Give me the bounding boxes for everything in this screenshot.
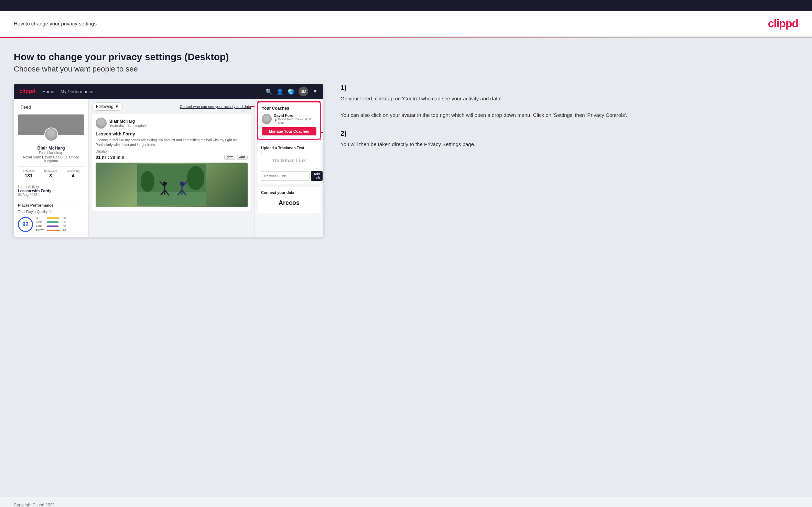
metric-ott: OTT 90 <box>36 216 66 220</box>
arccos-logo: Arccos <box>261 197 317 209</box>
app-mockup: clippd Home My Performance 🔍 👤 🌏 BM ▼ <box>14 84 323 237</box>
step2-text: You will then be taken directly to the P… <box>340 140 798 148</box>
main-content: How to change your privacy settings (Des… <box>0 38 812 497</box>
add-link-button[interactable]: Add Link <box>311 171 323 181</box>
svg-rect-3 <box>137 192 206 206</box>
feed-header: Following ▼ Control who can see your act… <box>92 102 251 111</box>
chevron-down-icon[interactable]: ▼ <box>312 88 318 95</box>
coach-club: 📍 Royal North Devon Golf Club <box>274 118 316 124</box>
quality-circle: 92 OTT 90 APP 85 <box>18 216 84 233</box>
player-performance: Player Performance Total Player Quality … <box>18 200 84 233</box>
metric-app: APP 85 <box>36 220 66 224</box>
coach-avatar <box>262 114 272 124</box>
metric-arg: ARG 86 <box>36 224 66 228</box>
top-bar <box>0 0 812 11</box>
post-tags: OTT APP <box>224 155 248 160</box>
app-main: Following ▼ Control who can see your act… <box>89 99 255 237</box>
step1-text: On your Feed, click/tap on 'Control who … <box>340 95 798 119</box>
clippd-logo: clippd <box>768 17 798 30</box>
trackman-placeholder: Trackman Link <box>261 152 317 169</box>
app-right-panel: Your Coaches David Ford 📍 Royal North De… <box>255 99 323 237</box>
control-arrow <box>250 104 255 109</box>
stat-followers: Followers 3 <box>44 169 57 178</box>
total-quality: Total Player Quality ⓘ <box>18 209 84 214</box>
person-icon[interactable]: 👤 <box>277 88 283 95</box>
app-sidebar: Feed Blair McHarg Plus Handicap Roya <box>14 99 89 237</box>
connect-title: Connect your data <box>261 190 317 195</box>
post-header: Blair McHarg Yesterday · Sunningdale <box>96 118 248 129</box>
metrics-list: OTT 90 APP 85 ARG <box>36 216 66 233</box>
trackman-input-row: Add Link <box>261 171 317 181</box>
post-user-location: Yesterday · Sunningdale <box>109 124 147 128</box>
svg-point-4 <box>141 171 154 192</box>
control-link[interactable]: Control who can see your activity and da… <box>180 104 251 109</box>
post-duration: Duration <box>96 150 248 153</box>
app-nav-logo: clippd <box>19 88 35 95</box>
page-heading: How to change your privacy settings (Des… <box>14 52 798 63</box>
post-duration-value: 01 hr : 30 min <box>96 155 124 160</box>
search-icon[interactable]: 🔍 <box>266 88 272 95</box>
coach-item: David Ford 📍 Royal North Devon Golf Club <box>262 113 316 124</box>
coach-name: David Ford <box>274 113 316 118</box>
feed-tab: Feed <box>18 103 84 111</box>
post-description: Looking to feel like my hands are exitin… <box>96 138 248 147</box>
upload-section: Upload a Trackman Test Trackman Link Add… <box>258 142 321 184</box>
golf-image-svg <box>137 164 206 206</box>
user-avatar[interactable]: BM <box>299 87 308 96</box>
connect-section: Connect your data Arccos <box>258 187 321 213</box>
profile-stats: Activities 131 Followers 3 Following 4 <box>18 166 84 178</box>
profile-club: Royal North Devon Golf Club, United King… <box>18 155 84 163</box>
profile-handicap: Plus Handicap <box>18 151 84 155</box>
latest-activity: Latest Activity Lesson with Fordy 03 Aug… <box>18 182 84 197</box>
metric-putt: PUTT 96 <box>36 229 66 232</box>
header: How to change your privacy settings clip… <box>0 11 812 37</box>
stat-activities: Activities 131 <box>22 169 35 178</box>
app-nav: clippd Home My Performance 🔍 👤 🌏 BM ▼ <box>14 84 323 99</box>
svg-point-5 <box>187 166 204 190</box>
instruction-step2: 2) You will then be taken directly to th… <box>340 130 798 148</box>
app-nav-icons: 🔍 👤 🌏 BM ▼ <box>266 87 318 96</box>
tag-ott: OTT <box>224 155 235 160</box>
header-title: How to change your privacy settings <box>14 21 97 26</box>
footer: Copyright Clippd 2022 <box>0 497 812 507</box>
app-nav-items: Home My Performance <box>42 89 93 94</box>
instruction-step1: 1) On your Feed, click/tap on 'Control w… <box>340 84 798 119</box>
post-user-avatar <box>96 118 107 129</box>
stat-following: Following 4 <box>66 169 79 178</box>
profile-cover <box>18 114 84 135</box>
post-image <box>96 163 248 207</box>
profile-avatar-img <box>44 128 58 141</box>
post-title: Lesson with Fordy <box>96 131 248 136</box>
app-body: Feed Blair McHarg Plus Handicap Roya <box>14 99 323 237</box>
trackman-input[interactable] <box>261 171 310 181</box>
post-user-name: Blair McHarg <box>109 119 147 124</box>
following-button[interactable]: Following ▼ <box>92 102 123 111</box>
post-card: Blair McHarg Yesterday · Sunningdale Les… <box>92 114 251 211</box>
page-subheading: Choose what you want people to see <box>14 65 798 74</box>
manage-coaches-button[interactable]: Manage Your Coaches <box>262 127 316 135</box>
upload-title: Upload a Trackman Test <box>261 146 317 150</box>
nav-item-home[interactable]: Home <box>42 89 54 94</box>
coaches-section: Your Coaches David Ford 📍 Royal North De… <box>258 102 321 140</box>
instructions-panel: 1) On your Feed, click/tap on 'Control w… <box>334 84 798 159</box>
nav-item-performance[interactable]: My Performance <box>61 89 93 94</box>
profile-name: Blair McHarg <box>18 145 84 151</box>
coaches-title: Your Coaches <box>262 106 316 111</box>
footer-text: Copyright Clippd 2022 <box>14 503 55 507</box>
step2-number: 2) <box>340 130 798 137</box>
quality-score: 92 <box>18 217 33 232</box>
tag-app: APP <box>237 155 248 160</box>
step1-number: 1) <box>340 84 798 92</box>
content-area: clippd Home My Performance 🔍 👤 🌏 BM ▼ <box>14 84 798 237</box>
red-arrow-line <box>321 132 323 133</box>
location-icon[interactable]: 🌏 <box>288 88 294 95</box>
